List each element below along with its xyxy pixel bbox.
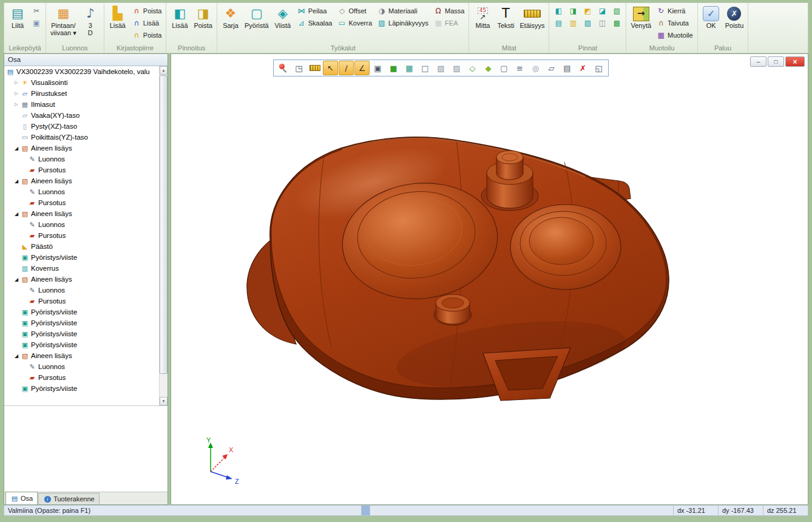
tree-item[interactable]: ▷▦Ilmiasut [4,99,159,110]
mass-button[interactable]: ΩMassa [431,5,466,16]
snap-line-button[interactable]: ∕ [339,61,354,75]
pick-add-button[interactable]: ▣ [370,61,385,75]
expanded-arrow-icon[interactable]: ◢ [13,353,20,359]
view-shaded-edges-button[interactable]: ▦ [402,61,417,75]
surface-tool-10[interactable]: ▩ [610,17,623,29]
close-button[interactable]: × [785,56,805,67]
collapsed-arrow-icon[interactable]: ▷ [13,102,20,107]
library-insert-button[interactable]: ∩Lisää [130,17,164,29]
tree-item[interactable]: ▥Koverrus [4,263,159,274]
tree-item[interactable]: ✎Luonnos [4,154,159,164]
view-perspective-button[interactable]: ◇ [465,61,480,75]
cylinder-button[interactable]: ◎ [528,61,543,75]
tree-item[interactable]: ▣Pyöristys/viiste [4,328,159,339]
tree-scrollbar[interactable] [159,66,167,405]
distance-button[interactable]: Etäisyys [518,4,546,30]
scroll-track[interactable] [160,75,167,397]
fillet-button[interactable]: ▢Pyöristä [243,4,271,30]
expanded-arrow-icon[interactable]: ◢ [13,211,20,217]
view-hidden-dashed-button[interactable]: ▨ [449,61,464,75]
tree-item[interactable]: ◢▧Aineen lisäys [4,143,159,154]
text-button[interactable]: TTeksti [495,4,516,30]
scale-button[interactable]: ⊿Skaalaa [295,17,334,29]
sheet-button[interactable]: ▱ [544,61,559,75]
pattern-button[interactable]: ❖Sarja [220,4,242,30]
tree-item[interactable]: ✎Luonnos [4,361,159,372]
tree-item[interactable]: ◢▧Aineen lisäys [4,175,159,186]
coating-add-button[interactable]: ◧Lisää [169,4,191,30]
library-add-button[interactable]: ▙Lisää [107,4,129,30]
tree-item[interactable]: ▣Pyöristys/viiste [4,317,159,328]
tree-item[interactable]: ◢▧Aineen lisäys [4,274,159,285]
surface-tool-9[interactable]: ◫ [595,17,609,29]
tab-tuoterakenne[interactable]: Tuoterakenne [38,493,99,504]
surface-tool-1[interactable]: ◧ [552,5,565,16]
surface-tool-3[interactable]: ◩ [581,5,594,16]
scroll-up-button[interactable] [160,66,167,75]
tree-item[interactable]: ◢▧Aineen lisäys [4,350,159,361]
tree-item[interactable]: ▰Pursotus [4,197,159,208]
surface-tool-5[interactable]: ▧ [610,5,623,16]
tree-item[interactable]: ▷☀Visualisointi [4,77,159,88]
chamfer-button[interactable]: ◈Viistä [272,4,294,30]
coating-remove-button[interactable]: ◨Poista [192,4,214,30]
print-button[interactable]: ▤ [560,61,575,75]
hollow-button[interactable]: ▭Koverra [336,17,374,29]
library-delete-button[interactable]: ∩Poista [130,29,164,41]
exit-button[interactable]: Poistu [723,4,746,30]
view-box-button[interactable]: ▢ [496,61,512,75]
scroll-down-button[interactable] [160,397,167,405]
minimize-button[interactable]: – [750,56,766,67]
part-right-boss[interactable] [510,205,621,290]
frame-select-button[interactable]: ◳ [291,61,306,75]
expanded-arrow-icon[interactable]: ◢ [13,146,20,151]
tree-item[interactable]: ▣Pyöristys/viiste [4,383,159,394]
surface-tool-2[interactable]: ◨ [566,5,580,16]
paste-button[interactable]: ▤Liitä [7,4,29,30]
material-button[interactable]: ◑Materiaali [375,5,430,16]
stretch-button[interactable]: Venytä [629,4,653,30]
ok-button[interactable]: OK [700,4,722,30]
pin-button[interactable] [276,61,291,75]
tree-item[interactable]: ▤VX3002239 VX3002239 Vaihdekotelo, valu [4,66,159,77]
tree-item[interactable]: ▣Pyöristys/viiste [4,252,159,263]
tree-item[interactable]: ✎Luonnos [4,219,159,230]
mirror-button[interactable]: ⋈Peilaa [295,5,334,16]
tree-item[interactable]: ▭Poikittais(YZ)-taso [4,132,159,143]
tree-item[interactable]: ◢▧Aineen lisäys [4,208,159,219]
tree-item[interactable]: ▰Pursotus [4,164,159,175]
view-shaded-button[interactable]: ■ [386,61,401,75]
scroll-thumb[interactable] [160,75,167,374]
surface-tool-6[interactable]: ▤ [552,17,565,29]
twist-button[interactable]: ↻Kierrä [654,5,695,16]
surface-tool-8[interactable]: ▨ [581,17,594,29]
tree-item[interactable]: ▣Pyöristys/viiste [4,307,159,317]
tree-item[interactable]: ✎Luonnos [4,285,159,296]
tree-item[interactable]: ◣Päästö [4,241,159,252]
fea-button[interactable]: ▦FEA [431,17,466,29]
export-window-button[interactable]: ◱ [591,61,606,75]
maximize-button[interactable]: □ [768,56,784,67]
tree-item[interactable]: ▰Pursotus [4,230,159,241]
view-wireframe-button[interactable]: ▧ [433,61,448,75]
tree-item[interactable]: ▰Pursotus [4,296,159,307]
offset-button[interactable]: ◇Offset [336,5,374,16]
deform-button[interactable]: ▦Muotoile [654,29,695,41]
tree-item[interactable]: ▱Vaaka(XY)-taso [4,110,159,121]
measure-button[interactable]: Mitta [472,4,493,30]
tree-item[interactable]: ▷▱Piirustukset [4,88,159,99]
expanded-arrow-icon[interactable]: ◢ [13,277,20,282]
collapsed-arrow-icon[interactable]: ▷ [13,91,20,96]
tree-item[interactable]: ▯Pysty(XZ)-taso [4,121,159,132]
snap-free-button[interactable]: ↖ [323,61,338,75]
snap-angle-button[interactable]: ∠ [354,61,370,75]
delete-doc-button[interactable]: ✗ [575,61,590,75]
list-button[interactable]: ≡ [512,61,527,75]
tree-item[interactable]: ✎Luonnos [4,186,159,197]
surface-tool-4[interactable]: ◪ [595,5,609,16]
expanded-arrow-icon[interactable]: ◢ [13,178,20,184]
surface-tool-7[interactable]: ▥ [566,17,580,29]
part-small-boss[interactable] [434,294,472,325]
tab-osa[interactable]: ▤Osa [5,492,38,504]
bend-button[interactable]: ∩Taivuta [654,17,695,29]
